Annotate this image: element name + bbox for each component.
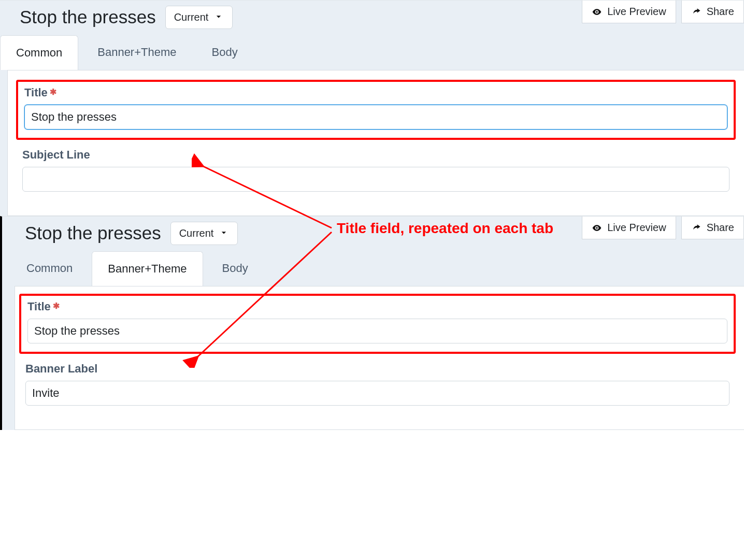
live-preview-label: Live Preview	[607, 222, 666, 234]
annotation-highlight-top: Title✱	[16, 80, 736, 140]
tab-body[interactable]: Body	[196, 35, 254, 69]
required-asterisk: ✱	[50, 88, 56, 96]
editor-panel-bottom: Stop the presses Current Live Preview	[0, 216, 744, 430]
annotation-text: Title field, repeated on each tab	[337, 220, 553, 237]
chevron-down-icon	[213, 11, 224, 23]
share-icon	[691, 223, 702, 233]
tab-common[interactable]: Common	[10, 251, 89, 285]
subject-line-input[interactable]	[22, 167, 729, 192]
editor-panel-top: Stop the presses Current Live Preview	[0, 0, 744, 216]
annotation-highlight-bottom: Title✱	[19, 294, 736, 354]
title-label: Title✱	[24, 86, 727, 99]
tab-common[interactable]: Common	[0, 35, 78, 70]
eye-icon	[592, 223, 602, 233]
share-button[interactable]: Share	[681, 217, 744, 239]
title-input[interactable]	[24, 105, 727, 130]
tabs: Common Banner+Theme Body	[0, 34, 744, 70]
tab-banner-theme[interactable]: Banner+Theme	[81, 35, 192, 69]
banner-label-label: Banner Label	[25, 362, 729, 376]
title-label: Title✱	[27, 300, 727, 313]
page-header: Stop the presses Current Live Preview	[0, 1, 744, 34]
live-preview-label: Live Preview	[607, 6, 666, 18]
eye-icon	[592, 7, 602, 17]
share-label: Share	[707, 6, 734, 18]
form-body: Title✱ Banner Label	[15, 286, 744, 430]
chevron-down-icon	[219, 227, 229, 239]
banner-label-field: Banner Label	[19, 362, 736, 406]
tab-banner-theme[interactable]: Banner+Theme	[92, 251, 203, 286]
header-actions: Live Preview Share	[582, 217, 744, 239]
tab-body[interactable]: Body	[206, 251, 264, 285]
title-field: Title✱	[27, 300, 727, 343]
version-dropdown[interactable]: Current	[170, 222, 238, 245]
banner-label-input[interactable]	[25, 381, 729, 406]
live-preview-button[interactable]: Live Preview	[582, 1, 676, 23]
version-dropdown-label: Current	[179, 227, 214, 239]
tabs: Common Banner+Theme Body	[2, 250, 744, 286]
required-asterisk: ✱	[53, 301, 60, 310]
version-dropdown[interactable]: Current	[165, 6, 233, 29]
page-title: Stop the presses	[25, 223, 161, 243]
header-actions: Live Preview Share	[582, 1, 744, 23]
form-body: Title✱ Subject Line	[7, 70, 744, 216]
version-dropdown-label: Current	[174, 11, 209, 23]
share-label: Share	[707, 222, 734, 234]
live-preview-button[interactable]: Live Preview	[582, 217, 676, 239]
page-title: Stop the presses	[20, 7, 156, 27]
subject-line-label: Subject Line	[22, 148, 729, 162]
title-input[interactable]	[27, 319, 727, 343]
share-icon	[691, 7, 702, 17]
title-field: Title✱	[24, 86, 727, 130]
share-button[interactable]: Share	[681, 1, 744, 23]
subject-line-field: Subject Line	[16, 148, 736, 192]
